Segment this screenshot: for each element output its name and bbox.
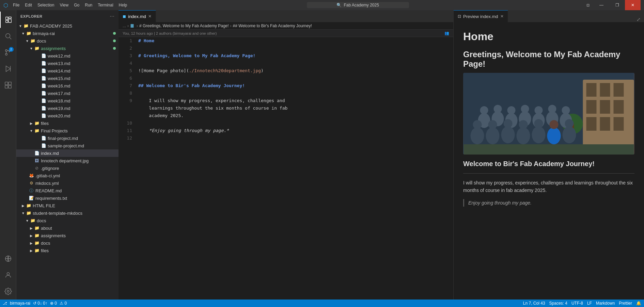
tree-root[interactable]: ▼ 📁 FAB ACADEMY 2025 [16,22,119,30]
menu-terminal[interactable]: Terminal [96,2,115,8]
folder-icon: 📁 [34,225,40,231]
file-label: Innotech department.jpg [41,158,116,163]
settings-activity-icon[interactable] [0,283,16,300]
list-item[interactable]: 📄 week15.md [16,75,119,82]
language-mode[interactable]: Markdown [596,301,615,306]
minimize-button[interactable]: — [594,0,609,10]
breadcrumb-item[interactable]: # Greetings, Welcome to My Fab Academy P… [139,23,229,28]
search-bar[interactable]: 🔍 Fab Academy 2025 [307,2,409,8]
explorer-activity-icon[interactable] [0,12,16,28]
tree-files[interactable]: ▶ 📁 files [16,119,119,127]
git-branch-label[interactable]: birmaya-rai [10,301,30,306]
tree-gitlab-ci[interactable]: 🦊 .gitlab-ci.yml [16,172,119,179]
breadcrumb-item[interactable]: ## Welcome to Bir's Fab Academy Journey! [233,23,312,28]
chevron-right-icon: ▶ [29,225,34,231]
menu-run[interactable]: Run [83,2,94,8]
encoding-status[interactable]: UTF-8 [571,301,583,306]
new-file-icon[interactable]: ⋯ [110,14,114,19]
svg-point-50 [488,120,497,129]
tree-about[interactable]: ▶ 📁 about [16,224,119,232]
md-icon: ◼ [123,14,126,19]
menu-edit[interactable]: Edit [23,2,34,8]
preview-close-button[interactable]: ✕ [500,14,504,19]
list-item[interactable]: 📄 week20.md [16,112,119,119]
file-label: requirements.txt [35,196,116,201]
list-item[interactable]: 📄 final-project.md [16,134,119,142]
menu-view[interactable]: View [58,2,70,8]
preview-tab[interactable]: ⊡ Preview index.md ✕ [454,10,508,22]
formatter-status[interactable]: Prettier [619,301,632,306]
breadcrumb-item[interactable] [130,23,135,28]
extensions-activity-icon[interactable] [0,77,16,93]
tree-mkdocs[interactable]: ⚙ mkdocs.yml [16,179,119,187]
editor-tab-index-md[interactable]: ◼ index.md ✕ [119,10,156,22]
tree-assignments[interactable]: ▼ 📁 assignments [16,45,119,52]
warning-status[interactable]: ⚠ 0 [60,301,67,306]
folder-icon: 📁 [34,46,40,51]
tree-gitignore[interactable]: ⊘ .gitignore [16,164,119,172]
tree-student-template[interactable]: ▼ 📁 student-template-mkdocs [16,209,119,217]
spacer [23,173,29,178]
preview-maximize-icon[interactable]: ⤢ [633,17,644,22]
list-item[interactable]: 📄 week19.md [16,104,119,112]
list-item[interactable]: 📄 week13.md [16,60,119,67]
tab-close-button[interactable]: ✕ [148,14,152,19]
folder-label: Final Projects [41,128,116,133]
tree-files2[interactable]: ▶ 📁 files [16,247,119,254]
indent-status[interactable]: Spaces: 4 [549,301,567,306]
svg-rect-3 [9,19,11,22]
code-editor[interactable]: # Home # Greetings, Welcome to My Fab Ac… [136,37,453,300]
tree-html-file[interactable]: ▶ 📁 HTML FILE [16,202,119,209]
code-line-2 [138,45,451,52]
file-label: .gitlab-ci.yml [35,173,116,178]
breadcrumb-sep: › [137,23,138,28]
list-item[interactable]: 📄 week17.md [16,90,119,97]
chevron-right-icon: ▶ [29,120,34,126]
sync-status[interactable]: ↺ 0↓ 0↑ [33,301,47,306]
menu-help[interactable]: Help [117,2,129,8]
file-label: week16.md [48,83,116,88]
svg-rect-25 [586,100,597,114]
editor-content[interactable]: 1 2 3 4 5 6 7 8 9 10 11 12 # Home # Gree… [119,37,453,300]
list-item[interactable]: 📄 week14.md [16,67,119,75]
chevron-down-icon: ▼ [29,128,34,133]
list-item[interactable]: 📄 sample-project.md [16,142,119,149]
menu-file[interactable]: File [11,2,21,8]
tree-docs2[interactable]: ▼ 📁 docs [16,217,119,224]
line-numbers: 1 2 3 4 5 6 7 8 9 10 11 12 [119,37,136,300]
layout-icon[interactable]: ⊡ [586,3,590,7]
run-debug-activity-icon[interactable] [0,61,16,77]
cursor-position[interactable]: Ln 7, Col 43 [523,301,545,306]
tree-final-projects[interactable]: ▼ 📁 Final Projects [16,127,119,134]
list-item[interactable]: 📄 week16.md [16,82,119,90]
list-item[interactable]: 📄 week18.md [16,97,119,104]
code-line-6 [138,75,451,82]
tree-docs[interactable]: ▼ 📁 docs [16,37,119,45]
code-line-8 [138,90,451,97]
search-activity-icon[interactable] [0,28,16,44]
tree-innotech-jpg[interactable]: 🖼 Innotech department.jpg [16,157,119,164]
source-control-activity-icon[interactable]: 2 [0,44,16,61]
line-ending-status[interactable]: LF [587,301,592,306]
menu-go[interactable]: Go [72,2,81,8]
remote-activity-icon[interactable] [0,251,16,267]
close-button[interactable]: ✕ [625,0,641,10]
tree-birmaya-rai[interactable]: ▼ 📁 birmaya-rai [16,30,119,37]
code-line-12 [138,134,451,142]
tree-docs3[interactable]: ▶ 📁 docs [16,239,119,247]
accounts-activity-icon[interactable] [0,267,16,283]
folder-icon: 📁 [34,128,40,133]
notifications-icon[interactable]: 🔔 [636,301,641,306]
folder-icon: 📁 [26,210,31,216]
menu-selection[interactable]: Selection [35,2,56,8]
tree-requirements[interactable]: 📝 requirements.txt [16,194,119,202]
list-item[interactable]: 📄 week12.md [16,52,119,60]
maximize-button[interactable]: ❐ [609,0,625,10]
tree-assignments2[interactable]: ▶ 📁 assignments [16,232,119,239]
tree-index-md[interactable]: 📄 index.md [16,149,119,157]
tree-readme[interactable]: ⓘ README.md [16,187,119,194]
modified-dot [113,32,116,35]
breadcrumb-item: ... [123,23,126,28]
error-status[interactable]: ⊗ 0 [50,301,57,306]
preview-icon: ⊡ [458,14,461,19]
